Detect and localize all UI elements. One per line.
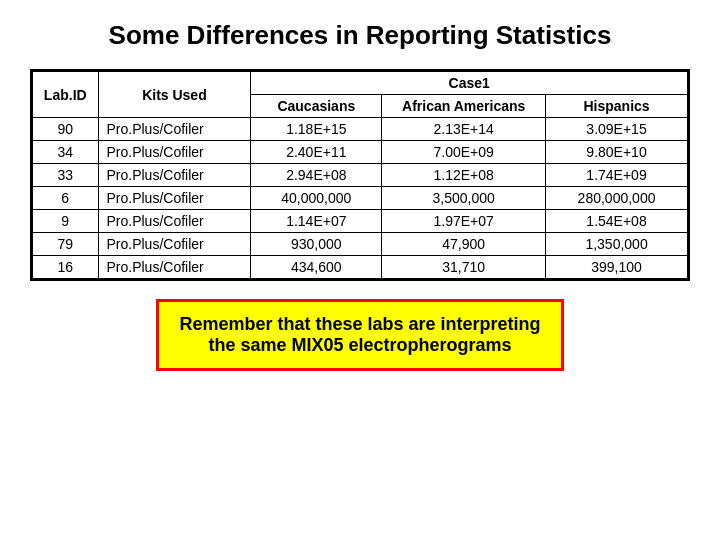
cell-kits: Pro.Plus/Cofiler bbox=[98, 256, 251, 279]
cell-labid: 34 bbox=[33, 141, 99, 164]
cell-hispanics: 399,100 bbox=[546, 256, 688, 279]
cell-caucasians: 1.18E+15 bbox=[251, 118, 382, 141]
data-table: Lab.ID Kits Used Case1 Caucasians Africa… bbox=[30, 69, 690, 281]
cell-caucasians: 2.40E+11 bbox=[251, 141, 382, 164]
cell-caucasians: 40,000,000 bbox=[251, 187, 382, 210]
highlight-box: Remember that these labs are interpretin… bbox=[156, 299, 563, 371]
cell-kits: Pro.Plus/Cofiler bbox=[98, 164, 251, 187]
cell-kits: Pro.Plus/Cofiler bbox=[98, 141, 251, 164]
cell-labid: 16 bbox=[33, 256, 99, 279]
cell-afam: 2.13E+14 bbox=[382, 118, 546, 141]
header-caucasians: Caucasians bbox=[251, 95, 382, 118]
table-row: 33 Pro.Plus/Cofiler 2.94E+08 1.12E+08 1.… bbox=[33, 164, 688, 187]
cell-labid: 6 bbox=[33, 187, 99, 210]
cell-kits: Pro.Plus/Cofiler bbox=[98, 210, 251, 233]
cell-hispanics: 1,350,000 bbox=[546, 233, 688, 256]
cell-caucasians: 930,000 bbox=[251, 233, 382, 256]
cell-kits: Pro.Plus/Cofiler bbox=[98, 233, 251, 256]
cell-afam: 1.12E+08 bbox=[382, 164, 546, 187]
cell-caucasians: 434,600 bbox=[251, 256, 382, 279]
cell-hispanics: 1.74E+09 bbox=[546, 164, 688, 187]
table-row: 9 Pro.Plus/Cofiler 1.14E+07 1.97E+07 1.5… bbox=[33, 210, 688, 233]
header-labid: Lab.ID bbox=[33, 72, 99, 118]
cell-kits: Pro.Plus/Cofiler bbox=[98, 187, 251, 210]
page-title: Some Differences in Reporting Statistics bbox=[109, 20, 612, 51]
cell-caucasians: 2.94E+08 bbox=[251, 164, 382, 187]
cell-labid: 9 bbox=[33, 210, 99, 233]
cell-labid: 33 bbox=[33, 164, 99, 187]
cell-afam: 7.00E+09 bbox=[382, 141, 546, 164]
cell-hispanics: 9.80E+10 bbox=[546, 141, 688, 164]
cell-labid: 79 bbox=[33, 233, 99, 256]
header-african-americans: African Americans bbox=[382, 95, 546, 118]
header-kits: Kits Used bbox=[98, 72, 251, 118]
cell-kits: Pro.Plus/Cofiler bbox=[98, 118, 251, 141]
table-row: 79 Pro.Plus/Cofiler 930,000 47,900 1,350… bbox=[33, 233, 688, 256]
highlight-line1: Remember that these labs are interpretin… bbox=[179, 314, 540, 335]
cell-labid: 90 bbox=[33, 118, 99, 141]
cell-caucasians: 1.14E+07 bbox=[251, 210, 382, 233]
header-case1: Case1 bbox=[251, 72, 688, 95]
cell-afam: 1.97E+07 bbox=[382, 210, 546, 233]
cell-afam: 3,500,000 bbox=[382, 187, 546, 210]
cell-afam: 47,900 bbox=[382, 233, 546, 256]
header-hispanics: Hispanics bbox=[546, 95, 688, 118]
highlight-line2: the same MIX05 electropherograms bbox=[179, 335, 540, 356]
table-row: 6 Pro.Plus/Cofiler 40,000,000 3,500,000 … bbox=[33, 187, 688, 210]
table-row: 34 Pro.Plus/Cofiler 2.40E+11 7.00E+09 9.… bbox=[33, 141, 688, 164]
cell-hispanics: 3.09E+15 bbox=[546, 118, 688, 141]
table-row: 16 Pro.Plus/Cofiler 434,600 31,710 399,1… bbox=[33, 256, 688, 279]
cell-hispanics: 280,000,000 bbox=[546, 187, 688, 210]
cell-afam: 31,710 bbox=[382, 256, 546, 279]
page: Some Differences in Reporting Statistics… bbox=[0, 0, 720, 540]
cell-hispanics: 1.54E+08 bbox=[546, 210, 688, 233]
table-row: 90 Pro.Plus/Cofiler 1.18E+15 2.13E+14 3.… bbox=[33, 118, 688, 141]
